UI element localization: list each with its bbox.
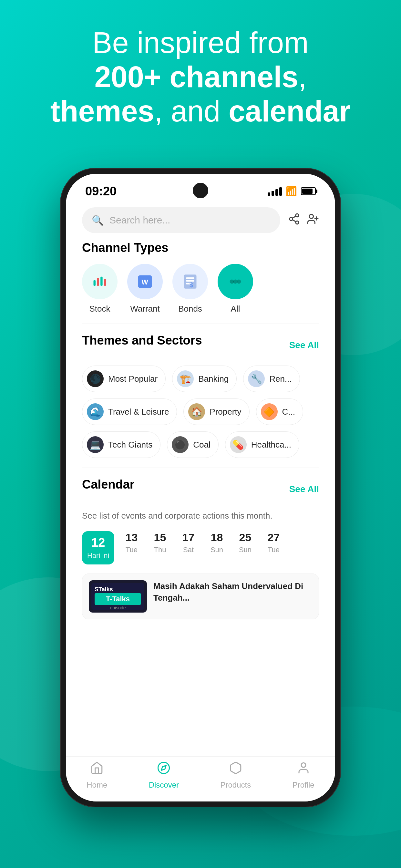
news-sub-label: episode (95, 605, 141, 610)
theme-renew[interactable]: 🔧 Ren... (243, 366, 300, 392)
news-show-label: T-Talks (96, 595, 139, 603)
nav-item-discover[interactable]: Discover (149, 761, 179, 789)
calendar-see-all[interactable]: See All (289, 484, 319, 494)
share-icon[interactable] (288, 213, 300, 228)
theme-label-most-popular: Most Popular (108, 374, 158, 384)
channel-item-warrant[interactable]: W Warrant (127, 264, 163, 314)
search-row: 🔍 Search here... (82, 207, 319, 233)
calendar-date-num-13: 13 (126, 531, 138, 544)
calendar-date-num-today: 12 (91, 536, 105, 550)
channel-icon-all (218, 264, 253, 299)
calendar-date-label-15: Thu (154, 546, 166, 554)
theme-most-popular[interactable]: 🌑 Most Popular (82, 366, 166, 392)
calendar-description: See list of events and corporate actions… (82, 509, 319, 522)
theme-img-coal: ⚫ (172, 436, 189, 453)
theme-img-renew: 🔧 (248, 370, 265, 387)
status-icons: 📶 (268, 186, 316, 197)
nav-item-products[interactable]: Products (220, 761, 251, 789)
calendar-date-17[interactable]: 17 Sat (177, 531, 199, 554)
hero-channels: 200+ channels (94, 60, 298, 93)
calendar-date-num-17: 17 (182, 531, 195, 544)
theme-label-tech: Tech Giants (108, 440, 152, 450)
theme-label-banking: Banking (198, 374, 228, 384)
theme-img-tech: 💻 (87, 436, 104, 453)
camera-notch (193, 183, 208, 198)
channel-types-title: Channel Types (82, 241, 319, 255)
theme-travel[interactable]: 🌊 Travel & Leisure (82, 399, 177, 425)
theme-banking[interactable]: 🏗️ Banking (172, 366, 237, 392)
theme-property[interactable]: 🏠 Property (183, 399, 249, 425)
products-nav-icon (229, 761, 243, 778)
news-card-preview[interactable]: STalks T-Talks episode Masih Adakah Saha… (82, 574, 319, 619)
hero-calendar: calendar (228, 95, 351, 128)
channel-item-stock[interactable]: Stock (82, 264, 118, 314)
svg-rect-8 (94, 280, 96, 286)
bottom-navigation: Home Discover (66, 756, 335, 802)
calendar-date-label-27: Tue (268, 546, 280, 554)
hero-comma: , (298, 60, 307, 93)
divider-2 (82, 468, 319, 468)
calendar-section-header: Calendar See All (82, 477, 319, 500)
divider-1 (82, 323, 319, 324)
header-action-icons (288, 213, 319, 228)
calendar-date-num-25: 25 (239, 531, 251, 544)
themes-section-header: Themes and Sectors See All (82, 334, 319, 356)
channel-label-warrant: Warrant (130, 304, 160, 314)
news-thumbnail: STalks T-Talks episode (89, 580, 147, 613)
hero-and: , and (154, 95, 228, 128)
channel-item-all[interactable]: All (218, 264, 253, 314)
nav-item-profile[interactable]: Profile (292, 761, 314, 789)
calendar-date-num-15: 15 (154, 531, 166, 544)
calendar-date-num-27: 27 (268, 531, 280, 544)
theme-img-c: 🔶 (261, 403, 278, 420)
theme-img-banking: 🏗️ (177, 370, 194, 387)
calendar-date-label-today: Hari ini (87, 552, 109, 560)
battery-icon (301, 187, 316, 195)
theme-tech-giants[interactable]: 💻 Tech Giants (82, 431, 160, 458)
channel-types-list: Stock W Warrant (82, 264, 319, 314)
theme-label-coal: Coal (193, 440, 210, 450)
search-bar[interactable]: 🔍 Search here... (82, 207, 280, 233)
calendar-date-today[interactable]: 12 Hari ini (82, 531, 114, 564)
calendar-date-label-13: Tue (126, 546, 137, 554)
discover-nav-label: Discover (149, 780, 179, 789)
hero-themes: themes (50, 95, 154, 128)
theme-label-healthcare: Healthca... (251, 440, 291, 450)
theme-img-healthcare: 💊 (230, 436, 247, 453)
calendar-date-label-25: Sun (239, 546, 251, 554)
nav-item-home[interactable]: Home (87, 761, 107, 789)
profile-nav-icon (297, 761, 310, 778)
search-icon: 🔍 (92, 215, 104, 226)
wifi-icon: 📶 (286, 186, 297, 197)
calendar-date-13[interactable]: 13 Tue (120, 531, 143, 554)
channel-item-bonds[interactable]: $ Bonds (173, 264, 208, 314)
calendar-date-25[interactable]: 25 Sun (234, 531, 256, 554)
themes-see-all[interactable]: See All (289, 340, 319, 350)
calendar-dates: 12 Hari ini 13 Tue 15 Thu 17 (82, 531, 319, 564)
calendar-date-15[interactable]: 15 Thu (149, 531, 171, 554)
themes-row-2: 🌊 Travel & Leisure 🏠 Property 🔶 C... (82, 399, 319, 425)
svg-line-3 (292, 220, 296, 221)
home-nav-icon (90, 761, 104, 778)
calendar-date-27[interactable]: 27 Tue (262, 531, 285, 554)
themes-section: Themes and Sectors See All 🌑 Most Popula… (82, 334, 319, 458)
news-headline: Masih Adakah Saham Undervalued Di Tengah… (153, 580, 312, 604)
status-time: 09:20 (85, 184, 117, 198)
svg-point-21 (237, 280, 241, 284)
channel-icon-stock (82, 264, 118, 299)
home-nav-label: Home (87, 780, 107, 789)
channel-label-all: All (231, 304, 240, 314)
search-placeholder-text: Search here... (110, 215, 170, 226)
svg-text:$: $ (189, 281, 193, 288)
theme-c[interactable]: 🔶 C... (256, 399, 303, 425)
news-brand-label: STalks (95, 586, 141, 593)
svg-point-23 (301, 763, 306, 767)
calendar-date-18[interactable]: 18 Sun (205, 531, 228, 554)
hero-section: Be inspired from 200+ channels, themes, … (0, 26, 401, 128)
theme-img-most-popular: 🌑 (87, 370, 104, 387)
theme-coal[interactable]: ⚫ Coal (167, 431, 218, 458)
person-add-icon[interactable] (307, 213, 319, 228)
theme-healthcare[interactable]: 💊 Healthca... (225, 431, 299, 458)
phone-mockup: 09:20 📶 🔍 Search here... (60, 168, 341, 807)
calendar-date-num-18: 18 (211, 531, 223, 544)
